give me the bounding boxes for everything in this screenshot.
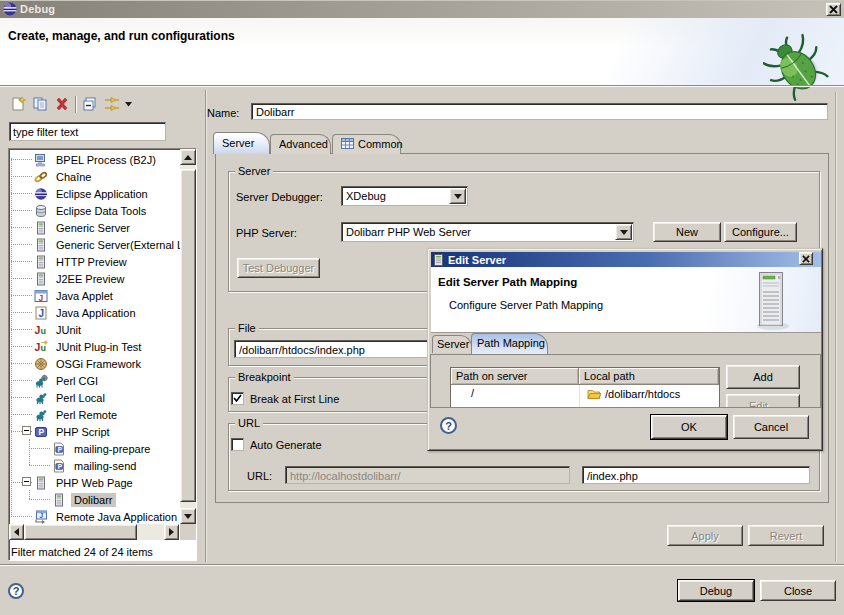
tree-item[interactable]: Chaîne — [34, 168, 180, 185]
auto-generate-checkbox[interactable] — [231, 438, 244, 451]
column-header-path-on-server[interactable]: Path on server — [451, 368, 579, 385]
tree-item[interactable]: Perl Remote — [34, 406, 180, 423]
dialog-titlebar[interactable]: Edit Server — [431, 252, 821, 267]
arrow-down-icon — [620, 230, 628, 235]
break-first-line-checkbox[interactable] — [231, 392, 244, 405]
tree-expander-minus[interactable] — [22, 426, 31, 435]
dialog-tab-path-mapping[interactable]: Path Mapping — [471, 333, 548, 354]
scroll-down-button[interactable] — [180, 508, 196, 524]
tree-item-label: Java Application — [53, 306, 139, 320]
tree-guide — [11, 278, 32, 279]
debug-button[interactable]: Debug — [678, 580, 754, 601]
folder-icon — [587, 388, 601, 400]
delete-config-icon[interactable] — [51, 94, 73, 114]
tree-item[interactable]: Pmailing-prepare — [52, 440, 180, 457]
edit-button[interactable]: Edit... — [726, 394, 800, 408]
tree-item-label: Generic Server — [53, 221, 133, 235]
help-icon[interactable]: ? — [8, 583, 24, 599]
cancel-button[interactable]: Cancel — [733, 415, 809, 439]
tree-guide — [11, 227, 32, 228]
cell-local-path[interactable]: /dolibarr/htdocs — [587, 385, 680, 403]
tab-advanced[interactable]: Advanced — [270, 134, 331, 154]
dialog-help-icon[interactable]: ? — [440, 417, 457, 434]
window-titlebar[interactable]: Debug — [0, 0, 844, 18]
tree-item[interactable]: BPEL Process (B2J) — [34, 151, 180, 168]
duplicate-config-icon[interactable] — [29, 94, 51, 114]
tree-item-label: Generic Server(External La — [53, 238, 180, 252]
tree-guide — [29, 448, 50, 449]
footer-separator — [0, 564, 844, 566]
url-base-input[interactable] — [285, 466, 570, 484]
test-debugger-button[interactable]: Test Debugger — [237, 258, 320, 278]
apply-button[interactable]: Apply — [667, 525, 743, 546]
tree-item-label: JUnit Plug-in Test — [53, 340, 144, 354]
collapse-all-icon[interactable] — [79, 94, 101, 114]
vertical-scrollbar-thumb[interactable] — [180, 169, 196, 502]
filter-icon[interactable] — [101, 94, 123, 114]
window-close-button[interactable] — [826, 3, 841, 16]
tree-item[interactable]: J2EE Preview — [34, 270, 180, 287]
tree-item[interactable]: Eclipse Application — [34, 185, 180, 202]
column-header-local-path[interactable]: Local path — [579, 368, 719, 385]
dialog-tab-server[interactable]: Server — [432, 335, 472, 353]
tree-guide — [11, 244, 32, 245]
tree-item[interactable]: PPHP Script — [34, 423, 180, 440]
ok-button[interactable]: OK — [651, 415, 727, 439]
server-icon — [433, 254, 444, 266]
revert-button[interactable]: Revert — [748, 525, 824, 546]
arrow-up-icon — [184, 155, 192, 160]
dialog-close-button[interactable] — [799, 252, 813, 265]
configure-button[interactable]: Configure... — [724, 222, 797, 242]
scroll-left-button[interactable] — [9, 524, 24, 540]
close-button[interactable]: Close — [760, 580, 836, 601]
tab-server[interactable]: Server — [213, 132, 270, 154]
path-mapping-table[interactable]: Path on server Local path / /dolibarr/ht… — [450, 367, 720, 408]
close-x-icon — [829, 5, 838, 14]
url-path-input[interactable] — [582, 466, 810, 484]
tree-item[interactable]: JRemote Java Application — [34, 508, 180, 525]
filter-input[interactable] — [9, 122, 166, 141]
dialog-tab-content: Path on server Local path / /dolibarr/ht… — [430, 354, 821, 408]
svg-text:J: J — [39, 292, 44, 302]
tree-item[interactable]: Eclipse Data Tools — [34, 202, 180, 219]
tree-item[interactable]: JuJUnit Plug-in Test — [34, 338, 180, 355]
tree-item[interactable]: Perl Local — [34, 389, 180, 406]
tree-item[interactable]: OSGi Framework — [34, 355, 180, 372]
tree-item[interactable]: Perl CGI — [34, 372, 180, 389]
auto-generate-label: Auto Generate — [250, 439, 322, 451]
tree-item[interactable]: HTTP Preview — [34, 253, 180, 270]
tree-item[interactable]: Generic Server — [34, 219, 180, 236]
combo-dropdown-button[interactable] — [615, 224, 632, 240]
combo-dropdown-button[interactable] — [449, 188, 466, 204]
tree-expander-minus[interactable] — [22, 477, 31, 486]
cell-path-on-server[interactable]: / — [471, 387, 474, 399]
banner-separator — [0, 85, 844, 87]
tab-common[interactable]: Common — [332, 134, 401, 154]
checkmark-icon — [233, 394, 242, 403]
php-server-combo[interactable]: Dolibarr PHP Web Server — [341, 222, 634, 242]
tree-guide — [11, 295, 32, 296]
panel-sash[interactable] — [205, 90, 207, 562]
tree-item[interactable]: JuJUnit — [34, 321, 180, 338]
server-icon — [52, 493, 67, 507]
tree-item[interactable]: Dolibarr — [52, 491, 180, 508]
config-tree[interactable]: BPEL Process (B2J)ChaîneEclipse Applicat… — [8, 148, 197, 561]
tree-item[interactable]: JJava Applet — [34, 287, 180, 304]
menu-caret-icon[interactable] — [123, 94, 135, 114]
name-input[interactable] — [251, 103, 828, 120]
tree-item[interactable]: Generic Server(External La — [34, 236, 180, 253]
java-icon: J — [34, 306, 49, 320]
perl-cgi-icon — [34, 374, 49, 388]
tree-item[interactable]: Pmailing-send — [52, 457, 180, 474]
scroll-right-button[interactable] — [164, 524, 179, 540]
scroll-up-button[interactable] — [180, 149, 196, 165]
tree-item[interactable]: JJava Application — [34, 304, 180, 321]
server-icon — [34, 238, 49, 252]
tree-item[interactable]: PHP Web Page — [34, 474, 180, 491]
add-button[interactable]: Add — [726, 365, 800, 389]
server-debugger-combo[interactable]: XDebug — [341, 186, 468, 206]
tree-guide — [11, 516, 32, 517]
new-config-icon[interactable] — [7, 94, 29, 114]
new-server-button[interactable]: New — [653, 222, 721, 242]
horizontal-scrollbar-thumb[interactable] — [24, 524, 137, 540]
